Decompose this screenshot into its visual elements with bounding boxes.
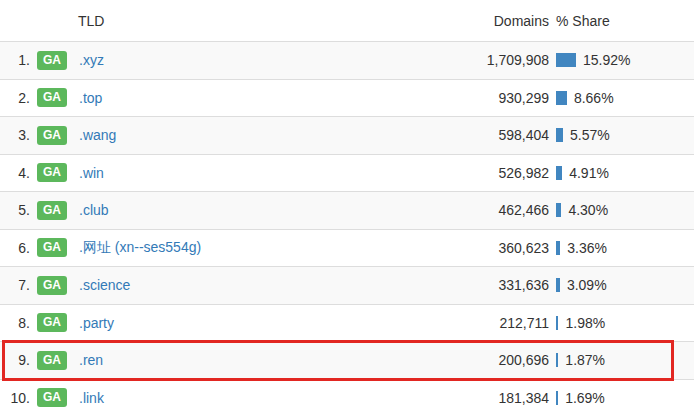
share-cell: 1.69%	[556, 390, 694, 406]
share-cell: 1.98%	[556, 315, 694, 331]
ga-phase-badge[interactable]: GA	[37, 163, 67, 182]
domains-count: 598,404	[459, 127, 549, 143]
domains-count: 181,384	[459, 390, 549, 406]
share-percent: 4.91%	[569, 165, 609, 181]
share-percent: 3.36%	[567, 240, 607, 256]
tld-link[interactable]: .xyz	[79, 52, 459, 68]
domains-count: 462,466	[459, 202, 549, 218]
table-row: 9.GA.ren200,6961.87%	[0, 341, 694, 379]
tld-link[interactable]: .网址 (xn--ses554g)	[79, 239, 459, 257]
domains-count: 331,636	[459, 277, 549, 293]
tld-stats-table: TLD Domains % Share 1.GA.xyz1,709,90815.…	[0, 0, 694, 416]
tld-link[interactable]: .ren	[79, 352, 459, 368]
share-cell: 8.66%	[556, 90, 694, 106]
ga-phase-badge[interactable]: GA	[37, 313, 67, 332]
share-bar	[556, 278, 560, 292]
rank-label: 9.	[0, 352, 30, 368]
tld-link[interactable]: .top	[79, 90, 459, 106]
column-header-domains: Domains	[459, 13, 549, 29]
rank-label: 8.	[0, 315, 30, 331]
ga-phase-badge[interactable]: GA	[37, 51, 67, 70]
column-header-share: % Share	[556, 13, 694, 29]
column-header-tld: TLD	[78, 13, 459, 29]
domains-count: 930,299	[459, 90, 549, 106]
table-row: 8.GA.party212,7111.98%	[0, 304, 694, 342]
rank-label: 2.	[0, 90, 30, 106]
share-bar	[556, 53, 576, 67]
share-cell: 15.92%	[556, 52, 694, 68]
ga-phase-badge[interactable]: GA	[37, 276, 67, 295]
domains-count: 1,709,908	[459, 52, 549, 68]
table-row: 7.GA.science331,6363.09%	[0, 266, 694, 304]
rank-label: 3.	[0, 127, 30, 143]
share-bar	[556, 391, 558, 405]
share-percent: 5.57%	[570, 127, 610, 143]
tld-link[interactable]: .win	[79, 165, 459, 181]
table-row: 1.GA.xyz1,709,90815.92%	[0, 41, 694, 79]
share-cell: 4.30%	[556, 202, 694, 218]
share-percent: 15.92%	[583, 52, 630, 68]
share-bar	[556, 128, 563, 142]
ga-phase-badge[interactable]: GA	[37, 126, 67, 145]
rank-label: 6.	[0, 240, 30, 256]
share-percent: 1.69%	[565, 390, 605, 406]
rank-label: 10.	[0, 390, 30, 406]
tld-link[interactable]: .party	[79, 315, 459, 331]
tld-link[interactable]: .wang	[79, 127, 459, 143]
table-row: 6.GA.网址 (xn--ses554g)360,6233.36%	[0, 229, 694, 267]
share-percent: 3.09%	[567, 277, 607, 293]
ga-phase-badge[interactable]: GA	[37, 351, 67, 370]
share-bar	[556, 316, 558, 330]
rank-label: 4.	[0, 165, 30, 181]
ga-phase-badge[interactable]: GA	[37, 388, 67, 407]
domains-count: 212,711	[459, 315, 549, 331]
tld-link[interactable]: .link	[79, 390, 459, 406]
share-percent: 1.98%	[565, 315, 605, 331]
share-cell: 3.09%	[556, 277, 694, 293]
domains-count: 360,623	[459, 240, 549, 256]
share-cell: 4.91%	[556, 165, 694, 181]
table-row: 2.GA.top930,2998.66%	[0, 79, 694, 117]
share-percent: 8.66%	[574, 90, 614, 106]
rank-label: 1.	[0, 52, 30, 68]
table-row: 5.GA.club462,4664.30%	[0, 191, 694, 229]
table-body: 1.GA.xyz1,709,90815.92%2.GA.top930,2998.…	[0, 41, 694, 416]
share-bar	[556, 91, 567, 105]
share-percent: 1.87%	[565, 352, 605, 368]
ga-phase-badge[interactable]: GA	[37, 238, 67, 257]
table-header-row: TLD Domains % Share	[0, 0, 694, 41]
share-bar	[556, 203, 561, 217]
share-bar	[556, 353, 558, 367]
tld-link[interactable]: .science	[79, 277, 459, 293]
table-row: 3.GA.wang598,4045.57%	[0, 116, 694, 154]
rank-label: 7.	[0, 277, 30, 293]
tld-link[interactable]: .club	[79, 202, 459, 218]
share-cell: 5.57%	[556, 127, 694, 143]
domains-count: 200,696	[459, 352, 549, 368]
share-bar	[556, 241, 560, 255]
share-cell: 1.87%	[556, 352, 694, 368]
ga-phase-badge[interactable]: GA	[37, 88, 67, 107]
share-percent: 4.30%	[568, 202, 608, 218]
domains-count: 526,982	[459, 165, 549, 181]
share-bar	[556, 166, 562, 180]
rank-label: 5.	[0, 202, 30, 218]
table-row: 4.GA.win526,9824.91%	[0, 154, 694, 192]
table-row: 10.GA.link181,3841.69%	[0, 379, 694, 416]
share-cell: 3.36%	[556, 240, 694, 256]
ga-phase-badge[interactable]: GA	[37, 201, 67, 220]
